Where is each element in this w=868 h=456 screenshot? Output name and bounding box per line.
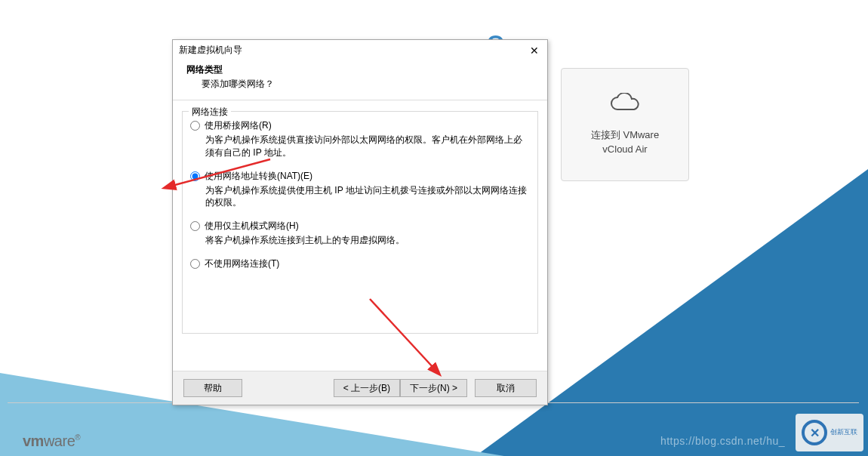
cancel-button[interactable]: 取消 xyxy=(475,379,537,397)
radio-bridged-desc: 为客户机操作系统提供直接访问外部以太网网络的权限。客户机在外部网络上必须有自己的… xyxy=(205,134,530,159)
radio-bridged[interactable] xyxy=(190,121,200,131)
radio-bridged-label: 使用桥接网络(R) xyxy=(205,119,272,132)
vmware-logo: vmware® xyxy=(23,433,80,450)
vcloud-label: 连接到 VMwarevCloud Air xyxy=(591,128,659,157)
radio-hostonly-label: 使用仅主机模式网络(H) xyxy=(205,220,299,233)
vcloud-air-card[interactable]: 连接到 VMwarevCloud Air xyxy=(561,68,689,181)
cloud-icon xyxy=(608,93,642,114)
dialog-header: 网络类型 要添加哪类网络？ xyxy=(173,59,547,100)
close-icon[interactable]: ✕ xyxy=(528,45,541,57)
back-button[interactable]: < 上一步(B) xyxy=(334,379,400,397)
radio-nat-desc: 为客户机操作系统提供使用主机 IP 地址访问主机拨号连接或外部以太网网络连接的权… xyxy=(205,184,530,210)
dialog-header-subtitle: 要添加哪类网络？ xyxy=(202,78,535,91)
group-legend: 网络连接 xyxy=(189,106,231,119)
dialog-titlebar: 新建虚拟机向导 ✕ xyxy=(173,40,547,59)
radio-none[interactable] xyxy=(190,259,200,269)
radio-nat-label: 使用网络地址转换(NAT)(E) xyxy=(205,170,312,183)
radio-none-label: 不使用网络连接(T) xyxy=(205,257,279,270)
dialog-footer: 帮助 < 上一步(B) 下一步(N) > 取消 xyxy=(173,371,547,405)
help-button[interactable]: 帮助 xyxy=(183,379,242,397)
next-button[interactable]: 下一步(N) > xyxy=(400,379,467,397)
dialog-title-text: 新建虚拟机向导 xyxy=(179,44,242,57)
network-connection-group: 网络连接 使用桥接网络(R) 为客户机操作系统提供直接访问外部以太网网络的权限。… xyxy=(182,111,538,334)
new-vm-wizard-dialog: 新建虚拟机向导 ✕ 网络类型 要添加哪类网络？ 网络连接 使用桥接网络(R) 为… xyxy=(172,39,548,405)
radio-hostonly-desc: 将客户机操作系统连接到主机上的专用虚拟网络。 xyxy=(205,234,530,247)
radio-hostonly[interactable] xyxy=(190,221,200,231)
watermark-logo: ✕ 创新互联 xyxy=(796,414,863,451)
watermark-url: https://blog.csdn.net/hu_ xyxy=(660,435,785,447)
radio-nat[interactable] xyxy=(190,171,200,181)
dialog-header-title: 网络类型 xyxy=(186,63,535,76)
